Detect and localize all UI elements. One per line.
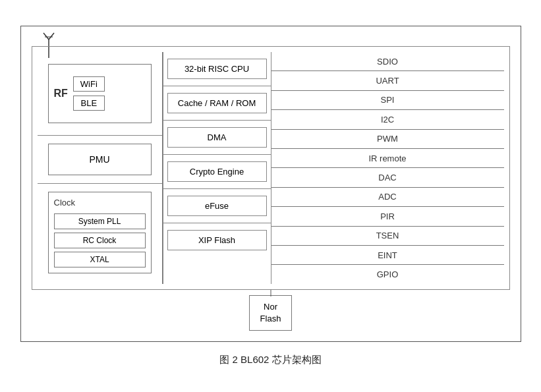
norflash-box: Nor Flash: [249, 295, 293, 331]
clock-block: Clock System PLL RC Clock XTAL: [48, 192, 152, 273]
column-3: SDIO UART SPI I2C PWM IR remote DAC ADC …: [271, 52, 504, 284]
diagram-caption: 图 2 BL602 芯片架构图: [20, 354, 521, 366]
norflash-connector: [270, 290, 271, 296]
wifi-ble-group: WiFi BLE: [73, 76, 105, 111]
clock-title: Clock: [54, 198, 146, 208]
system-pll-box: System PLL: [54, 213, 146, 229]
efuse-box: eFuse: [167, 196, 267, 216]
memory-box: Cache / RAM / ROM: [167, 93, 267, 113]
rc-clock-box: RC Clock: [54, 233, 146, 248]
diagram-outer: RF WiFi BLE PMU: [20, 26, 521, 366]
cpu-box: 32-bit RISC CPU: [167, 59, 267, 79]
periph-pwm: PWM: [271, 130, 504, 149]
svg-line-1: [43, 33, 49, 40]
column-1: RF WiFi BLE PMU: [38, 52, 163, 284]
periph-eint: EINT: [271, 246, 504, 265]
norflash-wrapper: Nor Flash: [32, 290, 510, 331]
periph-spi: SPI: [271, 91, 504, 110]
xtal-box: XTAL: [54, 252, 146, 267]
page-container: RF WiFi BLE PMU: [0, 13, 541, 379]
periph-sdio: SDIO: [271, 52, 504, 71]
column-2: 32-bit RISC CPU Cache / RAM / ROM DMA Cr…: [163, 52, 271, 284]
ble-box: BLE: [73, 96, 105, 111]
periph-tsen: TSEN: [271, 227, 504, 246]
svg-line-2: [49, 33, 54, 40]
periph-uart: UART: [271, 71, 504, 90]
wifi-box: WiFi: [73, 76, 105, 92]
periph-i2c: I2C: [271, 110, 504, 129]
pmu-block: PMU: [48, 144, 152, 175]
diagram-wrapper: RF WiFi BLE PMU: [20, 26, 521, 342]
rf-block: RF WiFi BLE: [48, 64, 152, 123]
rf-label: RF: [54, 88, 68, 99]
periph-dac: DAC: [271, 168, 504, 187]
crypto-box: Crypto Engine: [167, 161, 267, 182]
periph-adc: ADC: [271, 188, 504, 207]
xip-box: XIP Flash: [167, 230, 267, 250]
periph-pir: PIR: [271, 207, 504, 226]
dma-box: DMA: [167, 127, 267, 148]
periph-gpio: GPIO: [271, 265, 504, 283]
periph-ir: IR remote: [271, 149, 504, 168]
